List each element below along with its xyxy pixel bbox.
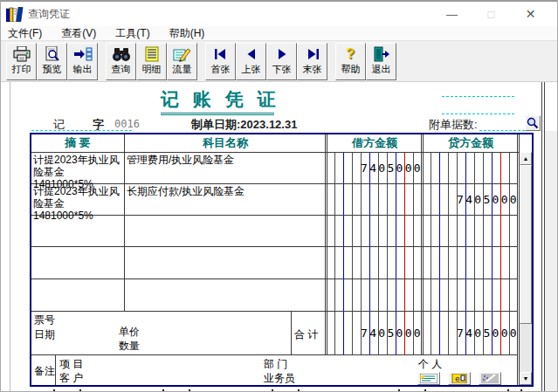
voucher-view: 记 账 凭 证 记 字 0016 制单日期:2023.12.31 附单据数: 摘… xyxy=(1,82,557,391)
flow-button[interactable]: 流量 xyxy=(167,43,197,80)
scrollbar-track[interactable] xyxy=(520,324,532,372)
next-page-button[interactable]: 下张 xyxy=(266,43,297,80)
close-icon[interactable]: ✕ xyxy=(511,7,550,21)
voucher-number: 0016 xyxy=(114,118,140,130)
print-label: 打印 xyxy=(12,63,31,76)
prev-page-icon xyxy=(244,45,259,63)
row-debit-amount[interactable] xyxy=(327,183,423,215)
export-button[interactable]: 输出 xyxy=(67,43,98,80)
row-summary[interactable] xyxy=(31,216,124,217)
binoculars-icon xyxy=(112,45,131,63)
menu-view[interactable]: 查看(V) xyxy=(61,26,96,41)
last-page-label: 末张 xyxy=(303,63,322,76)
wand-tool-button[interactable] xyxy=(479,372,501,385)
toolbar: 打印 预览 输出 查询 xyxy=(1,41,557,82)
col-header-debit: 借方金额 xyxy=(327,134,423,152)
row-account[interactable]: 管理费用/执业风险基金 xyxy=(125,153,325,167)
preview-label: 预览 xyxy=(43,63,62,76)
row-summary[interactable] xyxy=(31,247,124,249)
attachments-label: 附单据数: xyxy=(429,117,478,133)
note-tool-button[interactable] xyxy=(417,372,440,385)
menu-bar: 文件(F) 查看(V) 工具(T) 帮助(H) xyxy=(1,26,557,41)
right-rule-line-1 xyxy=(541,82,542,391)
menu-tools[interactable]: 工具(T) xyxy=(115,26,149,41)
scrollbar-thumb[interactable] xyxy=(520,165,532,324)
help-icon: ? xyxy=(347,45,355,63)
minimize-icon[interactable]: — xyxy=(432,8,472,21)
exit-button[interactable]: 退出 xyxy=(366,43,396,80)
right-rule-line-2 xyxy=(544,82,545,391)
app-books-icon xyxy=(6,7,24,22)
print-button[interactable]: 打印 xyxy=(6,43,37,80)
amount-digits: 7405000 xyxy=(361,162,423,175)
dashed-line-top-2 xyxy=(442,113,514,114)
window-title: 查询凭证 xyxy=(28,7,70,22)
remark-icon-buttons: e xyxy=(417,372,501,385)
first-page-button[interactable]: 首张 xyxy=(205,43,236,80)
unit-price-label: 单价 xyxy=(119,325,140,340)
next-page-icon xyxy=(274,45,290,63)
prev-page-button[interactable]: 上张 xyxy=(236,43,266,80)
menu-file[interactable]: 文件(F) xyxy=(8,26,42,41)
row-credit-amount[interactable]: 7405000 xyxy=(423,183,519,215)
magic-wand-icon xyxy=(481,374,499,383)
grid-line xyxy=(55,354,56,385)
scroll-up-icon[interactable]: ▲ xyxy=(520,152,532,165)
query-button[interactable]: 查询 xyxy=(106,43,136,80)
toolbar-group-query: 查询 明细 流量 xyxy=(106,43,197,80)
row-debit-amount[interactable]: 7405000 xyxy=(327,152,423,183)
signed-doc-icon xyxy=(420,374,437,383)
remark-label: 备注 xyxy=(34,364,55,379)
person-label: 个 人 xyxy=(418,357,442,372)
voucher-date-label: 制单日期: xyxy=(191,118,240,131)
toolbar-group-print: 打印 预览 输出 xyxy=(6,43,98,80)
app-window: 查询凭证 — □ ✕ 文件(F) 查看(V) 工具(T) 帮助(H) 打印 xyxy=(0,0,558,392)
next-page-label: 下张 xyxy=(272,63,292,76)
voucher-word-underline xyxy=(31,130,132,131)
preview-icon xyxy=(44,45,61,63)
currency-tool-button[interactable]: e xyxy=(448,372,471,385)
last-page-icon xyxy=(305,45,320,63)
total-label: 合 计 xyxy=(294,327,318,342)
flow-label: 流量 xyxy=(173,63,192,76)
svg-text:e: e xyxy=(455,375,459,383)
query-label: 查询 xyxy=(112,63,131,76)
quantity-label: 数量 xyxy=(119,339,140,354)
row-credit-amount[interactable] xyxy=(423,152,519,183)
last-page-button[interactable]: 末张 xyxy=(297,43,327,80)
export-icon xyxy=(73,45,93,63)
detail-button[interactable]: 明细 xyxy=(136,43,167,80)
left-rule-line xyxy=(10,82,10,391)
title-bar: 查询凭证 — □ ✕ xyxy=(1,2,557,26)
flow-edit-icon xyxy=(173,45,192,63)
amount-digits: 7405000 xyxy=(457,193,519,206)
window-controls: — □ ✕ xyxy=(432,2,550,26)
menu-help[interactable]: 帮助(H) xyxy=(169,26,205,41)
exit-icon xyxy=(372,45,391,63)
exit-label: 退出 xyxy=(372,63,391,76)
attachments-lookup-button[interactable] xyxy=(525,115,541,131)
department-label: 部 门 xyxy=(264,357,287,372)
help-button[interactable]: ? 帮助 xyxy=(335,43,366,80)
row-summary[interactable] xyxy=(31,279,124,281)
voucher-date: 制单日期:2023.12.31 xyxy=(191,117,297,133)
prev-page-label: 上张 xyxy=(242,63,261,76)
printer-icon xyxy=(12,45,31,63)
help-label: 帮助 xyxy=(341,63,361,76)
export-label: 输出 xyxy=(73,63,93,76)
dashed-line-top-1 xyxy=(442,96,514,97)
preview-button[interactable]: 预览 xyxy=(37,43,67,80)
col-header-summary: 摘 要 xyxy=(31,134,124,152)
maximize-icon[interactable]: □ xyxy=(472,8,511,21)
currency-badge-icon: e xyxy=(451,374,468,383)
toolbar-group-help: ? 帮助 退出 xyxy=(335,43,396,80)
voucher-table: 摘 要 科目名称 借方金额 贷方金额 计提2023年执业风险基金1481000*… xyxy=(30,133,534,387)
amount-digits: 7405000 xyxy=(457,327,519,340)
detail-label: 明细 xyxy=(142,63,162,76)
row-account[interactable]: 长期应付款/执业风险基金 xyxy=(125,184,325,198)
bill-date-label: 日期 xyxy=(34,327,55,342)
salesman-label: 业务员 xyxy=(264,371,295,386)
first-page-icon xyxy=(213,45,229,63)
scroll-down-icon[interactable]: ▼ xyxy=(520,372,532,385)
voucher-scrollbar[interactable]: ▲ ▼ xyxy=(520,152,532,385)
